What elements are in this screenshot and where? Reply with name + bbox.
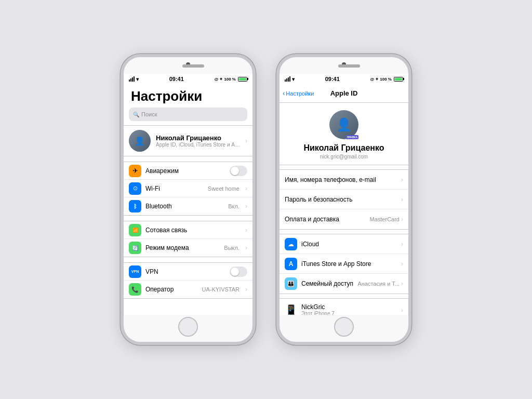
- phone-apple-id: ▾ 09:41 @ ✦ 100 % ‹ Настройки Apple ID: [276, 54, 411, 345]
- status-right-2: @ ✦ 100 %: [370, 77, 403, 82]
- devices-section: 📱 NickGric Этот iPhone 7 › ⌚ Apple Watch…: [280, 298, 408, 315]
- profile-cell[interactable]: 👤 Николай Грицаенко Apple ID, iCloud, iT…: [124, 125, 252, 156]
- back-chevron-icon: ‹: [283, 89, 285, 97]
- battery-fill-2: [395, 78, 402, 81]
- itunes-icon: A: [285, 258, 297, 270]
- wifi-chevron: ›: [245, 185, 247, 192]
- icloud-row[interactable]: ☁ iCloud ›: [280, 234, 408, 254]
- vpn-section: VPN VPN 📞 Оператор UA-KYIVSTAR ›: [124, 262, 252, 299]
- hotspot-label: Режим модема: [145, 244, 220, 251]
- nav-bar: ‹ Настройки Apple ID: [280, 84, 408, 103]
- status-right: @ ✦ 100 %: [214, 77, 247, 82]
- apple-id-screen: ▾ 09:41 @ ✦ 100 % ‹ Настройки Apple ID: [280, 74, 408, 315]
- hotspot-chevron: ›: [245, 244, 247, 251]
- bar3b: [288, 77, 289, 82]
- pravka-badge: ПРАВКА: [346, 135, 358, 139]
- vpn-row[interactable]: VPN VPN: [124, 263, 252, 281]
- cellular-chevron: ›: [245, 227, 247, 234]
- password-label: Пароль и безопасность: [285, 196, 401, 203]
- vpn-icon: VPN: [129, 265, 141, 278]
- itunes-row[interactable]: A iTunes Store и App Store ›: [280, 254, 408, 274]
- account-section: Имя, номера телефонов, e-mail › Пароль и…: [280, 169, 408, 234]
- phone-speaker-2: [338, 64, 360, 68]
- iphone-device-sub: Этот iPhone 7: [301, 311, 397, 315]
- vpn-toggle[interactable]: [230, 267, 247, 277]
- vpn-toggle-thumb: [231, 268, 239, 276]
- status-bar: ▾ 09:41 @ ✦ 100 %: [124, 74, 252, 84]
- profile-chevron: ›: [245, 137, 247, 144]
- icloud-chevron: ›: [401, 241, 403, 248]
- search-bar[interactable]: 🔍 Поиск: [129, 108, 247, 121]
- settings-screen: ▾ 09:41 @ ✦ 100 % Настройки 🔍 Поиск 👤: [124, 74, 252, 315]
- cellular-row[interactable]: 📶 Сотовая связь ›: [124, 221, 252, 239]
- battery-icon-2: [394, 77, 403, 82]
- bar1b: [285, 79, 286, 82]
- bluetooth-chevron: ›: [245, 203, 247, 210]
- wifi-row[interactable]: ⊙ Wi-Fi Sweet home ›: [124, 180, 252, 197]
- hotspot-icon: 🔄: [129, 242, 141, 254]
- payment-chevron: ›: [401, 216, 403, 223]
- iphone-device-name: NickGric: [301, 303, 397, 311]
- connectivity-section: ✈ Авиарежим ⊙ Wi-Fi Sweet home ›: [124, 162, 252, 216]
- battery-icon: [238, 77, 247, 82]
- airplane-label: Авиарежим: [145, 167, 225, 175]
- status-time-2: 09:41: [325, 76, 340, 82]
- wifi-icon-2: ▾: [292, 76, 295, 82]
- home-button-2[interactable]: [334, 317, 354, 337]
- cellular-group: 📶 Сотовая связь › 🔄 Режим модема Выкл. ›: [124, 221, 252, 257]
- name-row[interactable]: Имя, номера телефонов, e-mail ›: [280, 170, 408, 190]
- location-icon-2: @: [370, 77, 374, 82]
- family-icon: 👪: [285, 277, 297, 290]
- signal-bars: [129, 76, 135, 82]
- bluetooth-value: Вкл.: [228, 203, 240, 209]
- home-button[interactable]: [178, 317, 198, 337]
- status-bluetooth: ✦: [219, 77, 223, 82]
- airplane-toggle-thumb: [231, 167, 239, 175]
- iphone-device-info: NickGric Этот iPhone 7: [301, 303, 397, 315]
- iphone-device-icon: 📱: [285, 299, 297, 315]
- payment-label: Оплата и доставка: [285, 216, 370, 223]
- phone-speaker: [182, 64, 204, 68]
- avatar: 👤: [129, 130, 151, 152]
- vpn-label: VPN: [145, 268, 225, 275]
- password-chevron: ›: [401, 196, 403, 203]
- wifi-label: Wi-Fi: [145, 185, 204, 192]
- status-left-2: ▾: [285, 76, 295, 82]
- bar2: [130, 78, 131, 82]
- status-left: ▾: [129, 76, 139, 82]
- itunes-label: iTunes Store и App Store: [301, 260, 401, 268]
- bluetooth-icon: ᛒ: [129, 200, 141, 212]
- account-group: Имя, номера телефонов, e-mail › Пароль и…: [280, 169, 408, 230]
- status-time: 09:41: [169, 76, 184, 82]
- name-chevron: ›: [401, 176, 403, 183]
- password-row[interactable]: Пароль и безопасность ›: [280, 190, 408, 209]
- apple-id-email: nick.gric@gmail.com: [320, 154, 368, 159]
- nav-back-button[interactable]: ‹ Настройки: [283, 89, 314, 97]
- vpn-group: VPN VPN 📞 Оператор UA-KYIVSTAR ›: [124, 262, 252, 299]
- battery-pct: 100 %: [224, 77, 236, 82]
- iphone-device-row[interactable]: 📱 NickGric Этот iPhone 7 ›: [280, 299, 408, 315]
- status-location: @: [214, 77, 218, 82]
- bar3: [132, 77, 133, 82]
- airplane-icon: ✈: [129, 165, 141, 177]
- settings-title: Настройки: [124, 84, 252, 108]
- profile-name: Николай Грицаенко: [156, 134, 240, 142]
- apple-id-header: 👤 ПРАВКА Николай Грицаенко nick.gric@gma…: [280, 103, 408, 165]
- status-bar-2: ▾ 09:41 @ ✦ 100 %: [280, 74, 408, 84]
- airplane-toggle[interactable]: [230, 166, 247, 176]
- family-value: Анастасия и Т...: [357, 281, 400, 287]
- hotspot-value: Выкл.: [224, 245, 240, 251]
- family-row[interactable]: 👪 Семейный доступ Анастасия и Т... ›: [280, 274, 408, 294]
- hotspot-row[interactable]: 🔄 Режим модема Выкл. ›: [124, 239, 252, 257]
- airplane-row[interactable]: ✈ Авиарежим: [124, 162, 252, 180]
- payment-row[interactable]: Оплата и доставка MasterCard ›: [280, 209, 408, 229]
- carrier-row[interactable]: 📞 Оператор UA-KYIVSTAR ›: [124, 281, 252, 298]
- services-section: ☁ iCloud › A iTunes Store и App Store › …: [280, 234, 408, 298]
- apple-id-name: Николай Грицаенко: [303, 143, 384, 153]
- bluetooth-row[interactable]: ᛒ Bluetooth Вкл. ›: [124, 197, 252, 215]
- carrier-icon: 📞: [129, 283, 141, 296]
- wifi-icon: ▾: [136, 76, 139, 82]
- bluetooth-icon-2: ✦: [375, 77, 379, 82]
- phone-settings: ▾ 09:41 @ ✦ 100 % Настройки 🔍 Поиск 👤: [121, 54, 256, 345]
- services-group: ☁ iCloud › A iTunes Store и App Store › …: [280, 234, 408, 294]
